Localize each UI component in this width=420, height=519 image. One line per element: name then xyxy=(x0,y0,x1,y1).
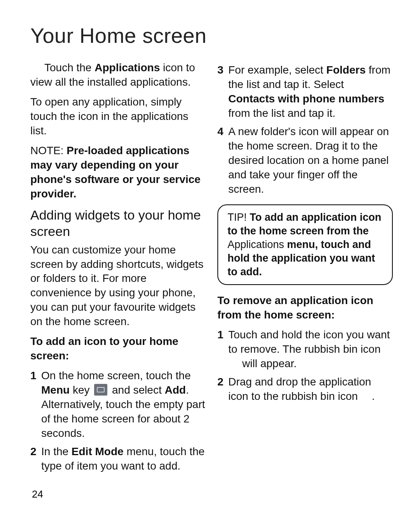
text: will appear. xyxy=(239,357,297,369)
left-column: Touch the Applications icon to view all … xyxy=(30,61,206,478)
manual-page: Your Home screen Touch the Applications … xyxy=(0,0,420,519)
applications-label: Applications xyxy=(94,62,160,74)
text: and select xyxy=(109,384,164,396)
remove-steps-list: Touch and hold the icon you want to remo… xyxy=(217,328,393,404)
add-icon-heading: To add an icon to your home screen: xyxy=(30,334,206,363)
add-steps-list: On the home screen, touch the Menu key a… xyxy=(30,369,206,473)
text: For example, select xyxy=(228,64,326,76)
text: . xyxy=(372,390,375,402)
intro-paragraph-1: Touch the Applications icon to view all … xyxy=(30,61,206,90)
list-item: Drag and drop the application icon to th… xyxy=(217,375,393,404)
text: On the home screen, touch the xyxy=(41,369,191,382)
text: Drag and drop the application icon to th… xyxy=(228,376,371,402)
section-heading-addwidgets: Adding widgets to your home screen xyxy=(30,207,206,240)
list-item: In the Edit Mode menu, touch the type of… xyxy=(30,445,206,473)
page-number: 24 xyxy=(32,488,43,500)
tip-text-a: To add an application icon to the home s… xyxy=(228,211,382,237)
text: key xyxy=(70,384,93,396)
page-title: Your Home screen xyxy=(30,23,393,48)
text: Touch and hold the icon you want to remo… xyxy=(228,329,390,355)
list-item: Touch and hold the icon you want to remo… xyxy=(217,328,393,371)
section-paragraph: You can customize your home screen by ad… xyxy=(30,243,206,329)
tip-label: TIP! xyxy=(228,211,247,223)
list-item: For example, select Folders from the lis… xyxy=(217,63,393,121)
tip-box: TIP! To add an application icon to the h… xyxy=(217,204,393,285)
text: Touch the xyxy=(44,62,94,74)
menu-label: Menu xyxy=(41,384,70,396)
menu-key-icon xyxy=(94,384,107,396)
text: from the list and tap it. xyxy=(228,107,335,119)
edit-mode-label: Edit Mode xyxy=(72,445,124,457)
add-steps-list-cont: For example, select Folders from the lis… xyxy=(217,63,393,197)
list-item: On the home screen, touch the Menu key a… xyxy=(30,369,206,441)
remove-icon-heading: To remove an application icon from the h… xyxy=(217,294,393,322)
text: In the xyxy=(41,445,72,457)
columns: Touch the Applications icon to view all … xyxy=(30,61,393,478)
add-label: Add xyxy=(164,384,186,396)
applications-label: Applications xyxy=(228,239,284,250)
note-label: NOTE: xyxy=(30,144,66,157)
intro-paragraph-2: To open any application, simply touch th… xyxy=(30,95,206,138)
note-block: NOTE: Pre-loaded applications may vary d… xyxy=(30,144,206,201)
contacts-label: Contacts with phone numbers xyxy=(228,93,384,105)
right-column: For example, select Folders from the lis… xyxy=(217,61,393,478)
list-item: A new folder's icon will appear on the h… xyxy=(217,125,393,197)
folders-label: Folders xyxy=(326,64,366,76)
